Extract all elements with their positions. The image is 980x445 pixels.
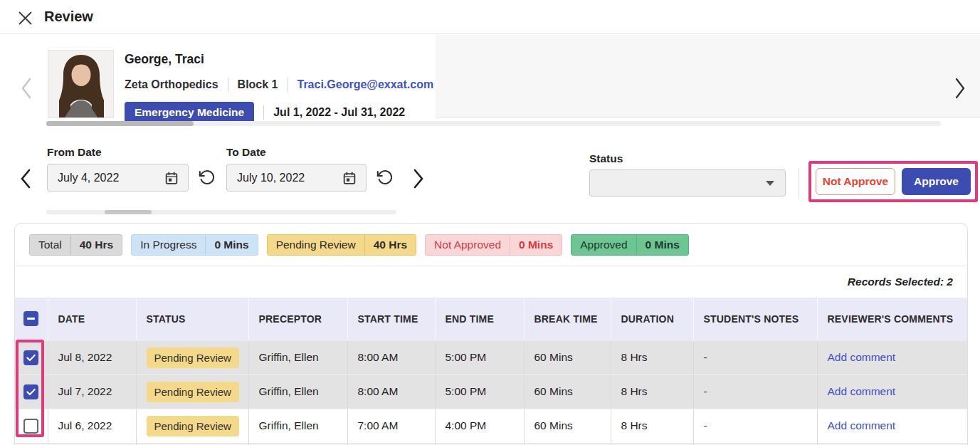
cell-students-notes: -	[693, 340, 817, 375]
cell-break-time: 60 Mins	[524, 409, 611, 443]
records-selected-row: Records Selected: 2	[15, 266, 967, 298]
records-selected-count: Records Selected: 2	[848, 276, 953, 288]
column-header-end-time: END TIME	[435, 298, 524, 340]
column-header-break-time: BREAK TIME	[524, 298, 611, 340]
column-header-date: DATE	[48, 298, 136, 340]
reset-icon	[199, 169, 216, 186]
status-badge: Pending Review	[147, 347, 239, 368]
student-header-section: George, Traci Zeta Orthopedics Block 1 T…	[0, 35, 980, 129]
page-title: Review	[44, 9, 93, 25]
row-checkbox[interactable]	[23, 350, 38, 365]
status-badge: Pending Review	[147, 416, 239, 436]
divider	[288, 78, 288, 92]
course-badge: Emergency Medicine	[125, 102, 254, 123]
cell-break-time: 60 Mins	[524, 375, 611, 409]
row-checkbox[interactable]	[23, 384, 38, 399]
cell-end-time: 4:00 PM	[435, 409, 524, 443]
cell-preceptor: Griffin, Ellen	[248, 409, 347, 443]
not-approve-button[interactable]: Not Approve	[816, 168, 895, 195]
student-site: Zeta Orthopedics	[125, 78, 218, 91]
chevron-left-icon	[21, 78, 32, 99]
cell-duration: 8 Hrs	[611, 375, 693, 409]
next-week-button[interactable]	[410, 167, 427, 190]
check-icon	[26, 354, 36, 362]
student-scrollbar-handle[interactable]	[46, 121, 194, 126]
check-icon	[26, 388, 36, 396]
column-header-start-time: START TIME	[347, 298, 435, 340]
previous-student-button[interactable]	[17, 76, 36, 100]
cell-duration: 8 Hrs	[611, 409, 693, 443]
divider	[263, 105, 264, 120]
from-date-value: July 4, 2022	[58, 172, 119, 184]
header: Review	[0, 0, 980, 34]
table-row: Jul 7, 2022 Pending Review Griffin, Elle…	[15, 375, 967, 409]
student-info: George, Traci Zeta Orthopedics Block 1 T…	[125, 52, 433, 123]
column-header-students-notes: STUDENT'S NOTES	[693, 298, 817, 340]
reset-to-date-button[interactable]	[376, 169, 394, 187]
add-comment-link[interactable]: Add comment	[828, 419, 896, 431]
student-block: Block 1	[238, 78, 278, 91]
add-comment-link[interactable]: Add comment	[828, 351, 896, 363]
filter-scrollbar-track[interactable]	[46, 210, 396, 214]
cell-preceptor: Griffin, Ellen	[248, 340, 347, 375]
reset-icon	[376, 169, 394, 186]
divider	[799, 168, 799, 199]
from-date-label: From Date	[47, 146, 102, 159]
table-row: Jul 8, 2022 Pending Review Griffin, Elle…	[15, 340, 967, 375]
column-header-duration: DURATION	[611, 298, 693, 340]
student-photo	[48, 50, 114, 118]
cell-start-time: 8:00 AM	[347, 375, 435, 409]
cell-date: Jul 6, 2022	[48, 409, 136, 443]
indeterminate-icon	[27, 318, 35, 320]
cell-break-time: 60 Mins	[524, 340, 611, 375]
timesheet-table: DATE STATUS PRECEPTOR START TIME END TIM…	[15, 298, 967, 445]
cell-start-time: 7:00 AM	[347, 409, 435, 443]
timesheet-card: Total40 Hrs In Progress0 Mins Pending Re…	[14, 223, 968, 445]
cell-preceptor: Griffin, Ellen	[248, 375, 347, 409]
status-label: Status	[589, 152, 623, 165]
to-date-input[interactable]: July 10, 2022	[226, 164, 367, 192]
not-approved-badge: Not Approved0 Mins	[425, 234, 562, 256]
divider	[228, 78, 228, 92]
cell-students-notes: -	[693, 409, 817, 443]
review-drawer: Review George, Traci Zeta Orthopedics Bl…	[0, 0, 980, 445]
table-row: Jul 6, 2022 Pending Review Griffin, Elle…	[15, 409, 967, 443]
approved-badge: Approved0 Mins	[571, 234, 689, 256]
filter-section: From Date July 4, 2022 To Date July 10, …	[0, 129, 980, 223]
chevron-left-icon	[20, 169, 31, 189]
student-scrollbar-track[interactable]	[46, 121, 941, 126]
approve-button[interactable]: Approve	[902, 168, 971, 195]
filter-scrollbar-handle[interactable]	[105, 210, 152, 214]
cell-end-time: 5:00 PM	[435, 375, 524, 409]
total-hours-badge: Total40 Hrs	[29, 234, 122, 256]
row-checkbox[interactable]	[23, 419, 38, 434]
close-icon	[19, 11, 32, 25]
cell-date: Jul 8, 2022	[48, 340, 136, 375]
select-all-checkbox[interactable]	[23, 311, 38, 326]
cell-start-time: 8:00 AM	[347, 340, 435, 375]
next-student-button[interactable]	[951, 76, 969, 100]
chevron-down-icon	[765, 180, 775, 187]
status-dropdown[interactable]	[589, 169, 786, 197]
column-header-reviewers-comments: REVIEWER'S COMMENTS	[817, 298, 967, 340]
cell-duration: 8 Hrs	[611, 340, 693, 375]
previous-week-button[interactable]	[17, 167, 34, 190]
status-badge: Pending Review	[147, 382, 239, 402]
to-date-label: To Date	[226, 146, 266, 159]
approval-buttons-highlight: Not Approve Approve	[808, 161, 978, 202]
to-date-value: July 10, 2022	[237, 172, 305, 184]
chevron-right-icon	[413, 169, 424, 189]
reset-from-date-button[interactable]	[198, 169, 216, 187]
column-header-status: STATUS	[136, 298, 248, 340]
from-date-input[interactable]: July 4, 2022	[47, 164, 189, 192]
rotation-date-range: Jul 1, 2022 - Jul 31, 2022	[273, 106, 405, 119]
cell-date: Jul 7, 2022	[48, 375, 136, 409]
student-name: George, Traci	[125, 52, 433, 67]
cell-end-time: 5:00 PM	[435, 340, 524, 375]
header-placeholder-panel	[436, 35, 980, 118]
add-comment-link[interactable]: Add comment	[828, 385, 896, 397]
pending-review-badge: Pending Review40 Hrs	[267, 234, 416, 256]
close-button[interactable]	[16, 9, 34, 27]
student-email-link[interactable]: Traci.George@exxat.com	[297, 78, 434, 91]
calendar-icon	[342, 170, 357, 186]
